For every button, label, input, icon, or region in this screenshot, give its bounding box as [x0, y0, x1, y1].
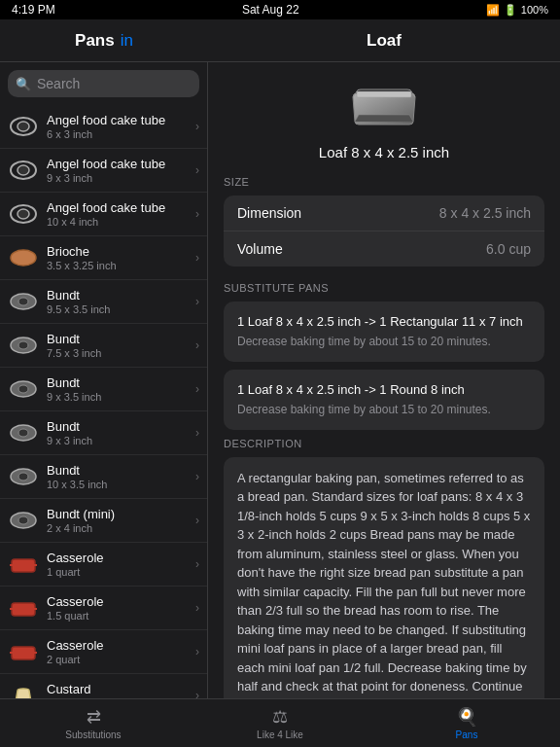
pan-icon	[8, 111, 39, 142]
chevron-right-icon: ›	[195, 470, 199, 483]
svg-point-12	[18, 385, 28, 393]
status-time: 4:19 PM	[12, 3, 55, 17]
description-card: A rectangular baking pan, sometimes refe…	[224, 457, 544, 698]
pan-icon	[8, 417, 39, 448]
item-name: Bundt	[47, 332, 195, 347]
item-name: Brioche	[47, 244, 195, 260]
nav-in-label: in	[121, 31, 133, 51]
item-name: Bundt	[47, 375, 195, 391]
chevron-right-icon: ›	[195, 426, 199, 440]
item-size: 2 x 4 inch	[47, 522, 195, 534]
list-item[interactable]: Brioche 3.5 x 3.25 inch ›	[0, 236, 207, 280]
item-name: Bundt	[47, 463, 195, 479]
pan-icon	[8, 636, 39, 667]
list-item[interactable]: Casserole 1.5 quart ›	[0, 587, 207, 630]
chevron-right-icon: ›	[195, 163, 199, 177]
pans-label: Pans	[456, 729, 478, 740]
list-item[interactable]: Bundt 10 x 3.5 inch ›	[0, 455, 207, 499]
like4like-label: Like 4 Like	[257, 729, 303, 740]
item-size: 9 x 3 inch	[47, 435, 195, 446]
svg-rect-19	[12, 559, 35, 572]
list-item[interactable]: Angel food cake tube 9 x 3 inch ›	[0, 149, 207, 193]
main-content: 🔍 Search Angel food cake tube 6 x 3 inch…	[0, 62, 560, 698]
list-item[interactable]: Bundt (mini) 2 x 4 inch ›	[0, 499, 207, 543]
substitute-note: Decrease baking time by about 15 to 20 m…	[237, 403, 531, 418]
chevron-right-icon: ›	[195, 338, 199, 352]
svg-point-8	[18, 298, 28, 305]
item-size: 1.5 quart	[47, 610, 195, 622]
item-name: Angel food cake tube	[47, 157, 195, 172]
chevron-right-icon: ›	[195, 120, 199, 133]
pan-icon	[8, 330, 39, 361]
description-text: A rectangular baking pan, sometimes refe…	[237, 469, 531, 698]
svg-point-10	[18, 341, 28, 349]
svg-rect-37	[357, 91, 411, 97]
list-item[interactable]: Casserole 2 quart ›	[0, 630, 207, 674]
detail-pan-title: Loaf 8 x 4 x 2.5 inch	[319, 144, 449, 160]
item-name: Custard	[47, 682, 195, 697]
list-item[interactable]: Angel food cake tube 6 x 3 inch ›	[0, 105, 207, 149]
pan-icon	[8, 461, 39, 492]
pan-icon	[8, 198, 39, 230]
item-size: 1 quart	[47, 566, 195, 578]
pan-icon	[8, 286, 39, 317]
item-size: 7.5 x 3 inch	[47, 347, 195, 359]
list-item[interactable]: Angel food cake tube 10 x 4 inch ›	[0, 193, 207, 236]
svg-point-5	[18, 209, 29, 219]
search-input[interactable]: Search	[37, 76, 80, 91]
list-item[interactable]: Bundt 7.5 x 3 inch ›	[0, 324, 207, 368]
svg-point-14	[18, 429, 28, 437]
substitute-main: 1 Loaf 8 x 4 x 2.5 inch -> 1 Round 8 inc…	[237, 381, 531, 399]
nav-bar: Pans in Loaf	[0, 19, 560, 62]
chevron-right-icon: ›	[195, 645, 199, 658]
nav-left-title: Pans	[75, 31, 115, 51]
pan-icon	[8, 242, 39, 273]
chevron-right-icon: ›	[195, 557, 199, 571]
substitute-main: 1 Loaf 8 x 4 x 2.5 inch -> 1 Rectangular…	[237, 313, 531, 331]
item-name: Casserole	[47, 594, 195, 610]
svg-point-6	[11, 250, 36, 266]
search-bar[interactable]: 🔍 Search	[0, 62, 207, 105]
substitute-card: 1 Loaf 8 x 4 x 2.5 inch -> 1 Round 8 inc…	[224, 370, 544, 430]
volume-row: Volume 6.0 cup	[224, 231, 544, 267]
svg-rect-22	[12, 603, 35, 616]
svg-rect-25	[12, 647, 35, 659]
chevron-right-icon: ›	[195, 689, 199, 698]
list-item[interactable]: Casserole 1 quart ›	[0, 543, 207, 587]
tab-substitutions[interactable]: ⇄ Substitutions	[0, 699, 187, 747]
item-name: Bundt (mini)	[47, 507, 195, 522]
item-size: 10 x 4 inch	[47, 216, 195, 228]
item-name: Bundt	[47, 419, 195, 435]
nav-right-title: Loaf	[367, 31, 402, 51]
tab-like4like[interactable]: ⚖ Like 4 Like	[187, 699, 373, 747]
tab-bar: ⇄ Substitutions ⚖ Like 4 Like 🍳 Pans	[0, 698, 560, 747]
left-panel: 🔍 Search Angel food cake tube 6 x 3 inch…	[0, 62, 208, 698]
pan-list[interactable]: Angel food cake tube 6 x 3 inch › Angel …	[0, 105, 207, 698]
list-item[interactable]: Custard 3.25 x 1.76 inch ›	[0, 674, 207, 698]
right-panel: Loaf 8 x 4 x 2.5 inch SIZE Dimension 8 x…	[208, 62, 560, 698]
list-item[interactable]: Bundt 9.5 x 3.5 inch ›	[0, 280, 207, 324]
item-name: Casserole	[47, 638, 195, 654]
list-item[interactable]: Bundt 9 x 3 inch ›	[0, 411, 207, 455]
chevron-right-icon: ›	[195, 601, 199, 615]
pan-icon	[8, 155, 39, 186]
detail-header: Loaf 8 x 4 x 2.5 inch	[224, 78, 544, 160]
pan-icon	[8, 549, 39, 580]
pans-icon: 🍳	[456, 706, 477, 728]
item-size: 9 x 3 inch	[47, 172, 195, 184]
list-item[interactable]: Bundt 9 x 3.5 inch ›	[0, 368, 207, 411]
chevron-right-icon: ›	[195, 514, 199, 527]
battery-level: 100%	[521, 4, 548, 16]
volume-label: Volume	[237, 241, 283, 257]
svg-point-1	[18, 122, 29, 131]
pan-icon	[8, 505, 39, 536]
substitute-section-label: SUBSTITUTE PANS	[224, 282, 544, 294]
pan-icon	[8, 374, 39, 405]
item-size: 2 quart	[47, 654, 195, 665]
description-section-label: DESCRIPTION	[224, 438, 544, 449]
chevron-right-icon: ›	[195, 382, 199, 396]
item-size: 3.5 x 3.25 inch	[47, 260, 195, 271]
size-card: Dimension 8 x 4 x 2.5 inch Volume 6.0 cu…	[224, 196, 544, 267]
tab-pans[interactable]: 🍳 Pans	[373, 699, 560, 747]
pan-image	[345, 78, 423, 136]
